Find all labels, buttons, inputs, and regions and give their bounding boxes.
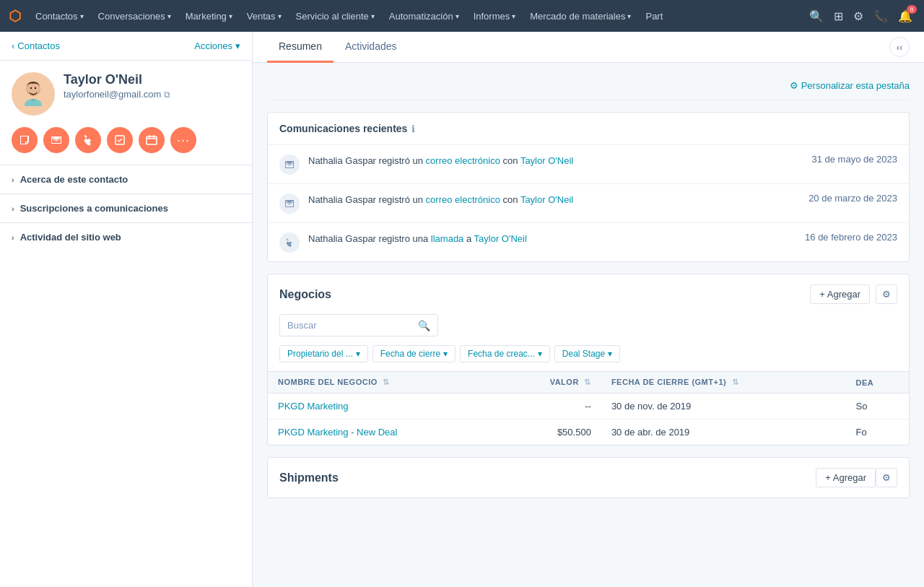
- nav-icons: 🔍 ⊞ ⚙ 📞 🔔 8: [806, 6, 915, 26]
- communication-text: Nathalia Gaspar registró un correo elect…: [308, 193, 794, 207]
- settings-gear-icon: ⚙: [790, 80, 798, 91]
- col-dea[interactable]: DEA: [846, 372, 909, 393]
- nav-item-ventas[interactable]: Ventas ▾: [241, 8, 287, 25]
- contact-link-2[interactable]: Taylor O'Neil: [520, 194, 573, 205]
- notifications-icon[interactable]: 🔔 8: [895, 6, 915, 26]
- tabs-bar: Resumen Actividades ‹‹: [253, 32, 924, 63]
- table-row: PKGD Marketing -- 30 de nov. de 2019 So: [268, 393, 909, 419]
- contact-link-1[interactable]: Taylor O'Neil: [520, 155, 573, 166]
- call-button[interactable]: [75, 127, 101, 153]
- personalize-link[interactable]: ⚙ Personalizar esta pestaña: [790, 80, 910, 91]
- shipments-section: Shipments + Agregar ⚙: [267, 457, 910, 498]
- search-icon[interactable]: 🔍: [411, 320, 437, 331]
- communication-text: Nathalia Gaspar registro una llamada a T…: [308, 232, 790, 246]
- info-icon[interactable]: ℹ: [411, 123, 415, 134]
- deal-value-1: --: [500, 393, 601, 419]
- email-comm-icon: [279, 155, 300, 175]
- nav-item-part[interactable]: Part: [640, 8, 668, 25]
- svg-point-3: [35, 87, 36, 89]
- top-navigation: ⬡ Contactos ▾ Conversaciones ▾ Marketing…: [0, 0, 924, 32]
- filter-propietario[interactable]: Propietario del ... ▾: [279, 345, 368, 362]
- contact-name: Taylor O'Neil: [64, 72, 170, 87]
- communications-title: Comunicaciones recientes: [279, 123, 407, 134]
- sidebar-section-subscriptions[interactable]: › Suscripciones a comunicaciones: [0, 194, 252, 222]
- deal-link-2[interactable]: PKGD Marketing - New Deal: [278, 427, 397, 438]
- deal-link-1[interactable]: PKGD Marketing: [278, 401, 349, 412]
- nav-item-servicio[interactable]: Servicio al cliente ▾: [290, 8, 380, 25]
- collapse-panel-button[interactable]: ‹‹: [889, 37, 910, 57]
- col-nombre[interactable]: NOMBRE DEL NEGOCIO ⇅: [268, 372, 500, 393]
- call-comm-icon: [279, 232, 300, 253]
- deal-stage-1: So: [846, 393, 909, 419]
- email-link-2[interactable]: correo electrónico: [426, 194, 500, 205]
- filter-fecha-creacion[interactable]: Fecha de creac... ▾: [460, 345, 550, 362]
- phone-icon[interactable]: 📞: [871, 6, 891, 26]
- deal-date-2: 30 de abr. de 2019: [601, 419, 846, 445]
- chevron-down-icon: ▾: [356, 349, 360, 359]
- shipments-title: Shipments: [279, 471, 816, 484]
- acciones-button[interactable]: Acciones ▾: [194, 40, 240, 51]
- filter-fecha-cierre[interactable]: Fecha de cierre ▾: [372, 345, 456, 362]
- negocios-title: Negocios: [279, 288, 804, 301]
- tab-resumen[interactable]: Resumen: [267, 32, 334, 63]
- settings-icon[interactable]: ⚙: [850, 6, 866, 26]
- main-content: Resumen Actividades ‹‹ ⚙ Personalizar es…: [253, 32, 924, 587]
- communication-item: Nathalia Gaspar registró un correo elect…: [268, 145, 909, 184]
- avatar: [12, 72, 55, 116]
- back-to-contacts[interactable]: ‹ Contactos: [12, 40, 60, 51]
- call-link-1[interactable]: llamada: [431, 233, 464, 244]
- nav-item-mercado[interactable]: Mercado de materiales ▾: [524, 8, 637, 25]
- hubspot-logo[interactable]: ⬡: [9, 7, 21, 25]
- sidebar-section-about[interactable]: › Acerca de este contacto: [0, 165, 252, 194]
- col-valor[interactable]: VALOR ⇅: [500, 372, 601, 393]
- communication-date: 16 de febrero de 2023: [805, 232, 897, 243]
- task-button[interactable]: [107, 127, 133, 153]
- nav-item-contactos[interactable]: Contactos ▾: [30, 8, 90, 25]
- deal-stage-2: Fo: [846, 419, 909, 445]
- chevron-down-icon: ▾: [235, 40, 240, 51]
- sort-icon: ⇅: [732, 378, 739, 386]
- nav-item-marketing[interactable]: Marketing ▾: [180, 8, 238, 25]
- communications-card: Comunicaciones recientes ℹ Nathalia Gasp…: [267, 112, 910, 262]
- communication-item: Nathalia Gaspar registró un correo elect…: [268, 184, 909, 223]
- col-fecha[interactable]: FECHA DE CIERRE (GMT+1) ⇅: [601, 372, 846, 393]
- copy-email-icon[interactable]: ⧉: [164, 90, 170, 100]
- tab-actividades[interactable]: Actividades: [334, 32, 409, 63]
- deal-value-2: $50.500: [500, 419, 601, 445]
- sidebar: ‹ Contactos Acciones ▾: [0, 32, 253, 587]
- negocios-settings-button[interactable]: ⚙: [876, 284, 897, 304]
- deal-date-1: 30 de nov. de 2019: [601, 393, 846, 419]
- meeting-button[interactable]: [139, 127, 165, 153]
- add-negocio-button[interactable]: + Agregar: [810, 284, 870, 304]
- profile-info: Taylor O'Neil taylorfoneil@gmail.com ⧉: [64, 72, 170, 100]
- sidebar-header: ‹ Contactos Acciones ▾: [0, 32, 252, 61]
- email-link-1[interactable]: correo electrónico: [426, 155, 500, 166]
- note-button[interactable]: [12, 127, 38, 153]
- add-shipment-button[interactable]: + Agregar: [816, 468, 876, 487]
- sidebar-section-web-activity[interactable]: › Actividad del sitio web: [0, 222, 252, 251]
- communication-date: 31 de mayo de 2023: [811, 154, 897, 165]
- shipments-settings-button[interactable]: ⚙: [876, 468, 897, 487]
- email-button[interactable]: [43, 127, 69, 153]
- nav-item-automatizacion[interactable]: Automatización ▾: [383, 8, 465, 25]
- contact-link-3[interactable]: Taylor O'Neil: [474, 233, 527, 244]
- svg-rect-5: [147, 136, 157, 144]
- chevron-right-icon: ›: [12, 233, 14, 242]
- communication-item: Nathalia Gaspar registro una llamada a T…: [268, 223, 909, 261]
- svg-point-2: [30, 87, 32, 89]
- negocios-search-input[interactable]: [280, 315, 411, 336]
- profile-section: Taylor O'Neil taylorfoneil@gmail.com ⧉: [0, 61, 252, 127]
- more-button[interactable]: ···: [170, 127, 196, 153]
- email-comm-icon: [279, 194, 300, 214]
- contact-email: taylorfoneil@gmail.com ⧉: [64, 89, 170, 100]
- deals-table: NOMBRE DEL NEGOCIO ⇅ VALOR ⇅ FECHA DE CI…: [268, 371, 909, 445]
- nav-item-conversaciones[interactable]: Conversaciones ▾: [92, 8, 177, 25]
- sort-icon: ⇅: [383, 378, 390, 386]
- filter-deal-stage[interactable]: Deal Stage ▾: [554, 345, 620, 362]
- notification-badge: 8: [907, 5, 917, 14]
- chevron-right-icon: ›: [12, 204, 14, 213]
- nav-item-informes[interactable]: Informes ▾: [468, 8, 522, 25]
- communications-card-header: Comunicaciones recientes ℹ: [268, 113, 909, 145]
- search-icon[interactable]: 🔍: [806, 6, 827, 26]
- marketplace-icon[interactable]: ⊞: [831, 6, 846, 26]
